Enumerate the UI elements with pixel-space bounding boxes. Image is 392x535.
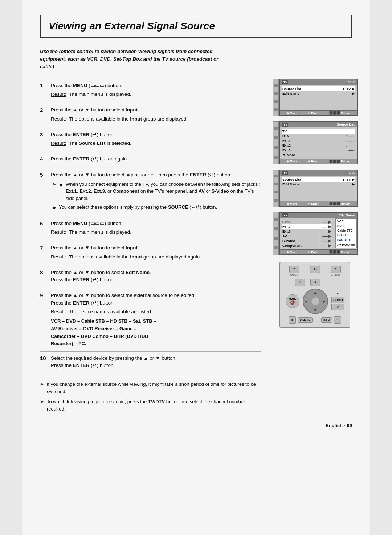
screen-1: TV Input Source List 1 TV ▶ Edit Name ▶: [279, 79, 358, 116]
screen-4-wrapper: TV Edit Name VCR DVD Cable STB HD STB Sa…: [279, 212, 352, 255]
screen-4-row-av: AV: ------▶: [282, 234, 331, 238]
dpad-center-btn[interactable]: [311, 297, 320, 306]
tv-side-btn-8: [274, 156, 278, 159]
btn-9-label: CH.LIST: [330, 274, 341, 276]
dmenu-button[interactable]: D.MENU: [298, 317, 313, 323]
step-6-text: Press the MENU (▭▭▭) button.: [51, 220, 261, 227]
screen-4: TV Edit Name VCR DVD Cable STB HD STB Sa…: [279, 212, 358, 255]
tv-side-btn-7: [274, 146, 278, 149]
footer: English - 69: [40, 423, 352, 428]
tv-side-btn-1: [274, 84, 278, 87]
screen-2: TV Source List TV DTV: ------ Ext.1: ---…: [279, 121, 358, 164]
right-column: TV Input Source List 1 TV ▶ Edit Name ▶: [272, 79, 352, 416]
dpad-down-arrow[interactable]: ▼: [314, 308, 317, 312]
screen-1-title: Input: [347, 80, 355, 84]
remote-enter-btn[interactable]: ↵: [334, 316, 341, 324]
remote-dpad-small[interactable]: ◈: [289, 316, 296, 324]
step-2-result: Result: The options available in the Inp…: [51, 115, 261, 123]
screen-2-row-more: ▼ More: [282, 152, 355, 157]
step-1-text: Press the MENU (▭▭▭) button.: [51, 82, 261, 89]
screen-1-wrapper: TV Input Source List 1 TV ▶ Edit Name ▶: [279, 79, 352, 116]
btn-group-8: 8: [310, 265, 320, 276]
screen-2-footer: ◈ Move ↵ Enter ⬛⬛⬛ Return: [280, 159, 357, 164]
step-1: 1 Press the MENU (▭▭▭) button. Result: T…: [40, 79, 261, 100]
remote-middle: MUTE 🔇 ▲ ▼ ◄ ►: [284, 289, 346, 314]
screen-3-tv-label: TV: [282, 171, 288, 175]
remote-btn-minus[interactable]: -/-: [295, 279, 305, 286]
step-number-2: 2: [40, 106, 46, 124]
screen-1-row-source: Source List 1 TV ▶: [282, 86, 355, 91]
step-7-result: Result: The options available in the Inp…: [51, 253, 261, 261]
step-2-text: Press the ▲ or ▼ button to select Input.: [51, 106, 261, 114]
step-number-5: 5: [40, 171, 46, 213]
tv-side-btn-3: [274, 100, 278, 103]
step-number-1: 1: [40, 82, 46, 100]
steps-column: 1 Press the MENU (▭▭▭) button. Result: T…: [40, 79, 261, 416]
diamond-icon-1: ◆: [59, 181, 63, 188]
title-box: Viewing an External Signal Source: [40, 15, 352, 38]
step-6: 6 Press the MENU (▭▭▭) button. Result: T…: [40, 217, 261, 238]
mute-button[interactable]: MUTE 🔇: [286, 294, 299, 308]
screen-2-tv-label: TV: [282, 123, 288, 127]
step-number-3: 3: [40, 131, 46, 149]
tv-side-btn-12: [274, 199, 278, 202]
step-5-text: Press the ▲ or ▼ button to select signal…: [51, 171, 261, 179]
dpad-left-arrow[interactable]: ◄: [305, 299, 308, 303]
arrow-icon-note2: ➤: [40, 398, 44, 405]
tv-side-btn-5: [274, 127, 278, 130]
diamond-icon-2: ◆: [52, 204, 56, 211]
dpad-control: ▲ ▼ ◄ ►: [303, 289, 328, 314]
screen-3-row-edit: Edit Name ▶: [282, 182, 355, 187]
info-button[interactable]: INFO: [321, 317, 332, 323]
remote-btn-7[interactable]: 7: [289, 266, 299, 273]
step-6-result: Result: The main menu is displayed.: [51, 229, 261, 236]
bullet-1: ➤ ◆ When you connect equipment to the TV…: [52, 181, 261, 202]
tv-side-btn-13: [274, 218, 278, 221]
intro-text: Use the remote control to switch between…: [40, 48, 232, 71]
screen-3-title: Input: [347, 171, 355, 175]
screen-4-body: VCR DVD Cable STB HD STB Sat. STB AV Rec…: [280, 218, 357, 249]
screen-4-row-ext2: Ext.2: ------▶: [282, 224, 331, 229]
step-8-text: Press the ▲ or ▼ button to select Edit N…: [51, 269, 261, 284]
tv-side-btn-16: [274, 246, 278, 249]
source-btn-upper[interactable]: SOURCE: [331, 297, 344, 303]
step-number-8: 8: [40, 269, 46, 285]
tv-side-buttons-2: [273, 121, 279, 164]
step-number-10: 10: [40, 355, 46, 371]
step-number-9: 9: [40, 292, 46, 348]
p-label: P: [337, 292, 339, 295]
screen-4-tv-label: TV: [282, 213, 288, 217]
notes-area: ➤ If you change the external source whil…: [40, 377, 261, 413]
screen-4-footer: ◈ Move ↵ Enter ⬛⬛⬛ Return: [280, 249, 357, 254]
step-5-bullets: ➤ ◆ When you connect equipment to the TV…: [51, 181, 261, 211]
tv-side-btn-9: [274, 175, 278, 177]
step-4: 4 Press the ENTER (↵) button again.: [40, 152, 261, 164]
mute-icon: 🔇: [290, 300, 295, 305]
remote-btn-0[interactable]: 0: [310, 279, 320, 286]
step-3-text: Press the ENTER (↵) button.: [51, 131, 261, 138]
step-7: 7 Press the ▲ or ▼ button to select Inpu…: [40, 241, 261, 262]
screen-1-tv-label: TV: [282, 80, 288, 84]
step-1-result: Result: The main menu is displayed.: [51, 91, 261, 98]
screen-3-body: Source List 1 TV ▶ Edit Name ▶: [280, 176, 357, 201]
step-10-text: Select the required device by pressing t…: [51, 355, 261, 369]
source-btn-lower[interactable]: ↩: [331, 304, 344, 310]
remote-btn-8[interactable]: 8: [310, 266, 320, 273]
screen-2-row-ext3: Ext.3: ------: [282, 148, 355, 152]
remote-btn-9[interactable]: 9: [331, 266, 341, 273]
step-number-4: 4: [40, 155, 46, 164]
screen-2-wrapper: TV Source List TV DTV: ------ Ext.1: ---…: [279, 121, 352, 164]
screen-2-row-ext1: Ext.1: ------: [282, 138, 355, 143]
btn-group-7: 7 GUIDE: [289, 265, 300, 276]
remote-body: 7 GUIDE 8 9 CH.LIST -/-: [279, 262, 350, 328]
screen-2-title: Source List: [337, 123, 355, 126]
step-number-7: 7: [40, 244, 46, 262]
dpad-up-arrow[interactable]: ▲: [314, 290, 317, 294]
screen-1-body: Source List 1 TV ▶ Edit Name ▶: [280, 85, 357, 110]
screen-3-row-source: Source List 1 TV ▶: [282, 177, 355, 182]
tv-side-btn-4: [274, 108, 278, 111]
tv-side-buttons-1: [273, 79, 279, 116]
dpad-right-arrow[interactable]: ►: [323, 299, 326, 303]
screen-4-title: Edit Name: [339, 213, 355, 217]
btn-7-label: GUIDE: [289, 274, 300, 276]
